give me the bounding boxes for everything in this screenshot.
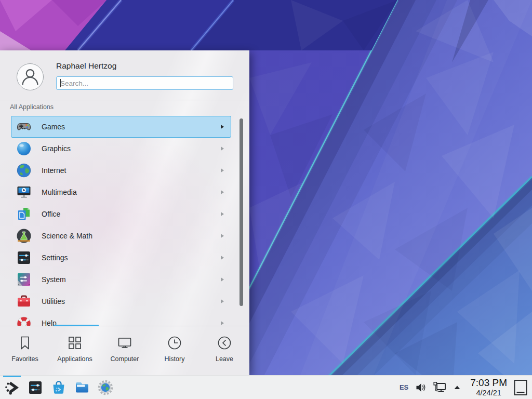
- category-label: Graphics: [42, 144, 221, 153]
- discover-button[interactable]: [49, 376, 69, 399]
- category-item-help[interactable]: Help: [11, 312, 231, 326]
- category-item-utilities[interactable]: Utilities: [11, 290, 231, 312]
- category-item-science-math[interactable]: Science & Math: [11, 225, 231, 247]
- search-field: [56, 76, 233, 90]
- submenu-arrow-icon: [221, 190, 224, 194]
- category-label: Internet: [42, 166, 221, 175]
- submenu-arrow-icon: [221, 212, 224, 216]
- category-label: Games: [42, 123, 221, 131]
- expand-tray-icon[interactable]: [453, 384, 462, 391]
- category-label: Multimedia: [42, 188, 221, 196]
- show-desktop-icon: [513, 378, 528, 397]
- category-item-system[interactable]: System: [11, 269, 231, 290]
- volume-icon[interactable]: [415, 382, 427, 393]
- gamepad-icon: [16, 118, 32, 135]
- tab-label: Applications: [57, 355, 92, 363]
- tab-leave[interactable]: Leave: [200, 326, 249, 375]
- app-grid-icon: [67, 335, 83, 351]
- category-item-graphics[interactable]: Graphics: [11, 138, 231, 159]
- submenu-arrow-icon: [221, 147, 224, 151]
- toolbox-icon: [16, 293, 32, 310]
- lifebuoy-icon: [16, 315, 32, 326]
- search-input[interactable]: [56, 76, 233, 90]
- computer-icon: [117, 335, 132, 351]
- tab-label: History: [165, 355, 185, 363]
- system-tray: ES: [400, 376, 529, 399]
- system-sliders-icon: [16, 271, 32, 288]
- desktop: Raphael Hertzog All Applications: [0, 0, 532, 399]
- application-launcher-button[interactable]: [2, 376, 22, 399]
- user-name: Raphael Hertzog: [56, 61, 116, 71]
- file-manager-button[interactable]: [72, 376, 92, 399]
- submenu-arrow-icon: [221, 256, 224, 260]
- category-label: Settings: [42, 254, 221, 262]
- category-label: Science & Math: [42, 232, 221, 240]
- clock-date: 4/24/21: [470, 389, 507, 397]
- tab-computer[interactable]: Computer: [100, 326, 150, 375]
- flask-icon: [16, 228, 32, 244]
- submenu-arrow-icon: [221, 168, 224, 172]
- category-item-multimedia[interactable]: Multimedia: [11, 181, 231, 203]
- category-item-settings[interactable]: Settings: [11, 247, 231, 269]
- leave-icon: [217, 335, 232, 351]
- browser-button[interactable]: [96, 376, 115, 399]
- tab-applications[interactable]: Applications: [50, 326, 100, 375]
- globe-icon: [16, 162, 32, 179]
- taskbar-panel: ES: [0, 375, 532, 399]
- network-icon[interactable]: [433, 381, 446, 394]
- digital-clock[interactable]: 7:03 PM 4/24/21: [470, 378, 507, 397]
- submenu-arrow-icon: [221, 321, 224, 325]
- tab-label: Computer: [111, 355, 139, 363]
- category-label: Office: [42, 210, 221, 218]
- bookmark-icon: [17, 335, 33, 351]
- tab-label: Favorites: [11, 355, 38, 363]
- header-divider: [0, 100, 249, 100]
- submenu-arrow-icon: [221, 299, 224, 303]
- submenu-arrow-icon: [221, 234, 224, 238]
- blue-sphere-icon: [16, 140, 32, 157]
- category-item-games[interactable]: Games: [11, 116, 231, 138]
- folder-icon: [74, 379, 90, 396]
- section-label: All Applications: [10, 103, 54, 111]
- category-item-office[interactable]: Office: [11, 203, 231, 225]
- kde-launcher-icon: [4, 379, 20, 396]
- show-desktop-button[interactable]: [512, 376, 529, 399]
- user-icon: [17, 64, 43, 90]
- category-label: Utilities: [42, 297, 221, 305]
- monitor-play-icon: [16, 184, 32, 201]
- submenu-arrow-icon: [221, 277, 224, 282]
- submenu-arrow-icon: [221, 125, 224, 129]
- keyboard-layout-indicator[interactable]: ES: [400, 383, 408, 391]
- user-avatar: [17, 63, 44, 90]
- tab-history[interactable]: History: [150, 326, 200, 375]
- documents-icon: [16, 206, 32, 222]
- system-settings-icon: [27, 379, 44, 396]
- text-cursor: [60, 79, 61, 87]
- sliders-icon: [16, 249, 32, 266]
- category-item-internet[interactable]: Internet: [11, 159, 231, 181]
- tab-favorites[interactable]: Favorites: [0, 326, 50, 375]
- discover-bag-icon: [50, 379, 67, 396]
- system-settings-button[interactable]: [25, 376, 45, 399]
- launcher-tabbar: Favorites Applications Computer: [0, 326, 249, 375]
- list-scrollbar[interactable]: [240, 118, 243, 306]
- history-clock-icon: [167, 335, 182, 351]
- application-launcher-menu: Raphael Hertzog All Applications: [0, 50, 249, 375]
- clock-time: 7:03 PM: [470, 378, 507, 388]
- tab-label: Leave: [216, 355, 233, 363]
- active-task-indicator: [3, 376, 21, 377]
- category-label: System: [42, 275, 221, 284]
- category-list: Games Graphics: [0, 114, 249, 326]
- globe-gear-icon: [97, 379, 114, 396]
